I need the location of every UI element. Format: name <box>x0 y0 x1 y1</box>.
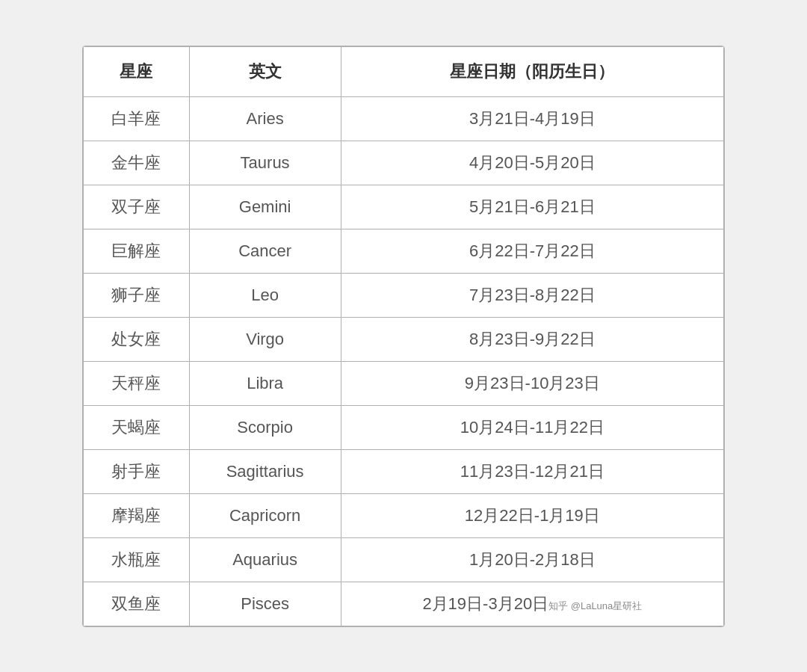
cell-date-range: 11月23日-12月21日 <box>341 449 723 493</box>
cell-chinese-name: 水瓶座 <box>84 537 190 582</box>
cell-english-name: Cancer <box>189 229 341 273</box>
cell-english-name: Leo <box>189 273 341 317</box>
cell-date-range: 1月20日-2月18日 <box>341 537 723 582</box>
cell-chinese-name: 金牛座 <box>84 141 190 185</box>
cell-english-name: Capricorn <box>189 493 341 537</box>
table-row: 摩羯座Capricorn12月22日-1月19日 <box>84 493 724 537</box>
watermark: 知乎 @LaLuna星研社 <box>548 600 642 611</box>
cell-english-name: Aries <box>189 96 341 141</box>
table-row: 白羊座Aries3月21日-4月19日 <box>84 96 724 141</box>
cell-date-range: 6月22日-7月22日 <box>341 229 723 273</box>
cell-chinese-name: 白羊座 <box>84 96 190 141</box>
table-row: 巨解座Cancer6月22日-7月22日 <box>84 229 724 273</box>
header-chinese: 星座 <box>84 46 190 96</box>
cell-chinese-name: 摩羯座 <box>84 493 190 537</box>
cell-chinese-name: 天蝎座 <box>84 405 190 449</box>
table-header-row: 星座 英文 星座日期（阳历生日） <box>84 46 724 96</box>
table-row: 水瓶座Aquarius1月20日-2月18日 <box>84 537 724 582</box>
cell-english-name: Taurus <box>189 141 341 185</box>
cell-chinese-name: 天秤座 <box>84 361 190 405</box>
cell-chinese-name: 处女座 <box>84 317 190 361</box>
cell-chinese-name: 巨解座 <box>84 229 190 273</box>
table-row: 狮子座Leo7月23日-8月22日 <box>84 273 724 317</box>
cell-date-range: 12月22日-1月19日 <box>341 493 723 537</box>
cell-english-name: Libra <box>189 361 341 405</box>
cell-date-range: 8月23日-9月22日 <box>341 317 723 361</box>
cell-english-name: Sagittarius <box>189 449 341 493</box>
cell-date-range: 3月21日-4月19日 <box>341 96 723 141</box>
table-row: 处女座Virgo8月23日-9月22日 <box>84 317 724 361</box>
cell-english-name: Aquarius <box>189 537 341 582</box>
table-row: 天秤座Libra9月23日-10月23日 <box>84 361 724 405</box>
cell-english-name: Scorpio <box>189 405 341 449</box>
table-row: 天蝎座Scorpio10月24日-11月22日 <box>84 405 724 449</box>
cell-english-name: Pisces <box>189 582 341 626</box>
header-english: 英文 <box>189 46 341 96</box>
cell-date-range: 9月23日-10月23日 <box>341 361 723 405</box>
table-row: 射手座Sagittarius11月23日-12月21日 <box>84 449 724 493</box>
cell-english-name: Virgo <box>189 317 341 361</box>
cell-date-range: 5月21日-6月21日 <box>341 185 723 229</box>
cell-date-range: 2月19日-3月20日知乎 @LaLuna星研社 <box>341 582 723 626</box>
cell-chinese-name: 射手座 <box>84 449 190 493</box>
table-row: 双子座Gemini5月21日-6月21日 <box>84 185 724 229</box>
cell-date-range: 7月23日-8月22日 <box>341 273 723 317</box>
cell-chinese-name: 双子座 <box>84 185 190 229</box>
cell-date-range: 4月20日-5月20日 <box>341 141 723 185</box>
zodiac-table-container: 星座 英文 星座日期（阳历生日） 白羊座Aries3月21日-4月19日金牛座T… <box>82 46 725 627</box>
table-row: 双鱼座Pisces2月19日-3月20日知乎 @LaLuna星研社 <box>84 582 724 626</box>
cell-chinese-name: 双鱼座 <box>84 582 190 626</box>
header-dates: 星座日期（阳历生日） <box>341 46 723 96</box>
cell-date-range: 10月24日-11月22日 <box>341 405 723 449</box>
cell-english-name: Gemini <box>189 185 341 229</box>
zodiac-table: 星座 英文 星座日期（阳历生日） 白羊座Aries3月21日-4月19日金牛座T… <box>83 46 724 626</box>
table-row: 金牛座Taurus4月20日-5月20日 <box>84 141 724 185</box>
cell-chinese-name: 狮子座 <box>84 273 190 317</box>
